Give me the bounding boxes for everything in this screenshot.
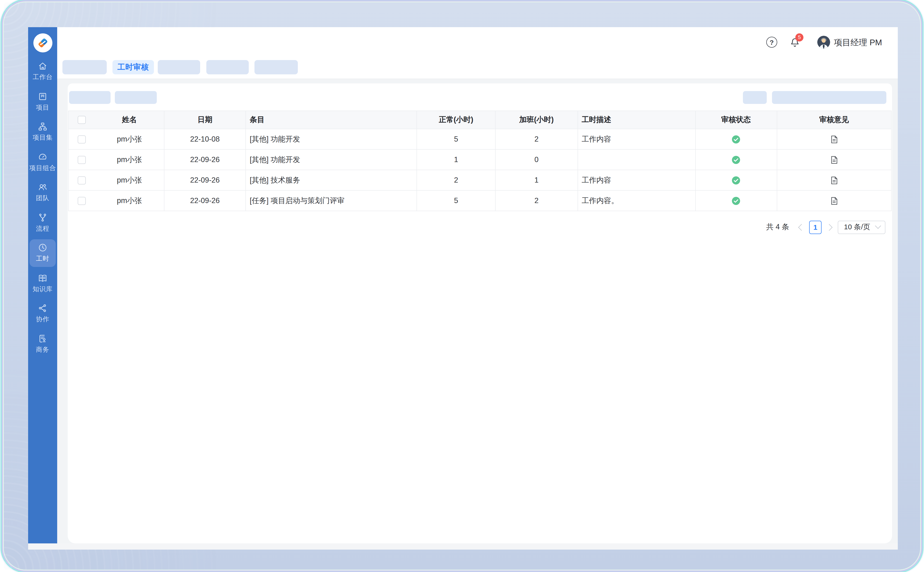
sidebar-item-business[interactable]: 商务 (28, 329, 57, 359)
topbar-right-group: ? 5 (766, 36, 898, 49)
comment-doc-icon (830, 196, 838, 205)
chevron-down-icon (875, 223, 881, 229)
cell-date: 22-10-08 (165, 129, 246, 150)
sidebar-item-collab[interactable]: 协作 (28, 298, 57, 329)
page-size-select[interactable]: 10 条/页 (838, 221, 885, 234)
review-status-cell (696, 150, 777, 170)
status-approved (731, 155, 741, 164)
row-checkbox[interactable] (78, 155, 86, 164)
table-row-1[interactable]: pm小张22-10-08[其他] 功能开发52工作内容 (68, 129, 891, 150)
cell-description: 工作内容 (578, 170, 696, 191)
row-select-cell (68, 129, 95, 150)
review-comment-cell (777, 150, 891, 170)
sidebar-item-label: 商务 (36, 346, 49, 354)
table-row-2[interactable]: pm小张22-09-26[其他] 功能开发10 (68, 150, 891, 170)
cell-name: pm小张 (95, 191, 165, 211)
sidebar-item-workbench[interactable]: 工作台 (28, 56, 57, 87)
action-placeholder[interactable] (743, 91, 767, 104)
tab-tab-4[interactable] (207, 60, 249, 75)
view-comment-button[interactable] (830, 155, 838, 164)
cell-item: [其他] 功能开发 (246, 129, 417, 150)
approved-check-icon (731, 196, 741, 205)
sidebar: 工作台项目项目集项目组合团队流程工时知识库协作商务 (28, 27, 57, 543)
view-comment-button[interactable] (830, 176, 838, 185)
sidebar-item-project[interactable]: 项目 (28, 87, 57, 117)
select-all-checkbox[interactable] (78, 116, 86, 124)
cell-normal-hours: 5 (417, 129, 495, 150)
select-all-cell (68, 110, 95, 129)
sidebar-item-program[interactable]: 项目集 (28, 117, 57, 147)
cell-normal-hours: 1 (417, 150, 495, 170)
sidebar-item-knowledge[interactable]: 知识库 (28, 268, 57, 298)
search-placeholder[interactable] (772, 91, 886, 104)
home-icon (38, 61, 48, 71)
main-area: ? 5 (57, 27, 898, 543)
row-select-cell (68, 150, 95, 170)
view-comment-button[interactable] (830, 135, 838, 144)
filter-placeholder-1[interactable] (69, 91, 110, 104)
cell-normal-hours: 5 (417, 191, 495, 211)
table-row-3[interactable]: pm小张22-09-26[其他] 技术服务21工作内容 (68, 170, 891, 191)
app-logo[interactable] (33, 33, 52, 53)
status-approved (731, 135, 741, 144)
approved-check-icon (731, 155, 741, 164)
notifications-button[interactable]: 5 (790, 36, 800, 48)
current-page-button[interactable]: 1 (809, 221, 822, 234)
row-checkbox[interactable] (78, 197, 86, 205)
clock-icon (38, 243, 48, 253)
next-page-button[interactable] (826, 224, 832, 230)
column-header: 正常(小时) (417, 110, 495, 129)
view-comment-button[interactable] (830, 196, 838, 205)
avatar[interactable] (817, 36, 830, 49)
tab-tab-5[interactable] (255, 60, 298, 75)
avatar-image (817, 36, 830, 49)
sidebar-item-label: 项目 (36, 103, 49, 112)
cell-description: 工作内容 (578, 129, 696, 150)
cell-name: pm小张 (95, 170, 165, 191)
pagination-total: 共 4 条 (766, 222, 789, 232)
cell-name: pm小张 (95, 129, 165, 150)
app-window: 工作台项目项目集项目组合团队流程工时知识库协作商务 ? 5 (28, 27, 898, 550)
prev-page-button[interactable] (798, 224, 805, 230)
sidebar-item-flow[interactable]: 流程 (28, 208, 57, 238)
user-name[interactable]: 项目经理 PM (834, 36, 882, 48)
table-row-4[interactable]: pm小张22-09-26[任务] 项目启动与策划门评审52工作内容。 (68, 191, 891, 211)
cell-overtime-hours: 2 (495, 129, 578, 150)
sidebar-item-portfolio[interactable]: 项目组合 (28, 147, 57, 177)
cell-name: pm小张 (95, 150, 165, 170)
row-select-cell (68, 170, 95, 191)
cell-date: 22-09-26 (165, 170, 246, 191)
row-checkbox[interactable] (78, 176, 86, 184)
tab-tab-1[interactable] (62, 60, 107, 75)
column-header: 审核意见 (777, 110, 891, 129)
cell-description (578, 150, 696, 170)
comment-doc-icon (830, 155, 838, 164)
comment-doc-icon (830, 135, 838, 144)
filter-placeholder-2[interactable] (115, 91, 157, 104)
book-icon (38, 273, 48, 283)
approved-check-icon (731, 135, 741, 144)
team-icon (38, 182, 48, 192)
content-card: 姓名日期条目正常(小时)加班(小时)工时描述审核状态审核意见pm小张22-10-… (68, 83, 892, 543)
approved-check-icon (731, 176, 741, 185)
top-bar: ? 5 (57, 27, 898, 57)
cell-item: [其他] 技术服务 (246, 170, 417, 191)
sidebar-item-team[interactable]: 团队 (28, 177, 57, 208)
status-approved (731, 176, 741, 185)
sidebar-item-hours[interactable]: 工时 (28, 238, 57, 268)
sidebar-item-label: 工时 (36, 255, 49, 263)
review-status-cell (696, 170, 777, 191)
tab-tab-3[interactable] (158, 60, 200, 75)
row-checkbox[interactable] (78, 135, 86, 143)
cell-item: [其他] 功能开发 (246, 150, 417, 170)
cell-overtime-hours: 0 (495, 150, 578, 170)
column-header: 条目 (246, 110, 417, 129)
help-icon[interactable]: ? (766, 37, 777, 48)
sidebar-item-label: 知识库 (33, 285, 53, 294)
review-comment-cell (777, 129, 891, 150)
tab-timesheet-review[interactable]: 工时审核 (112, 60, 154, 75)
cell-date: 22-09-26 (165, 191, 246, 211)
review-status-cell (696, 129, 777, 150)
cell-date: 22-09-26 (165, 150, 246, 170)
status-approved (731, 196, 741, 205)
